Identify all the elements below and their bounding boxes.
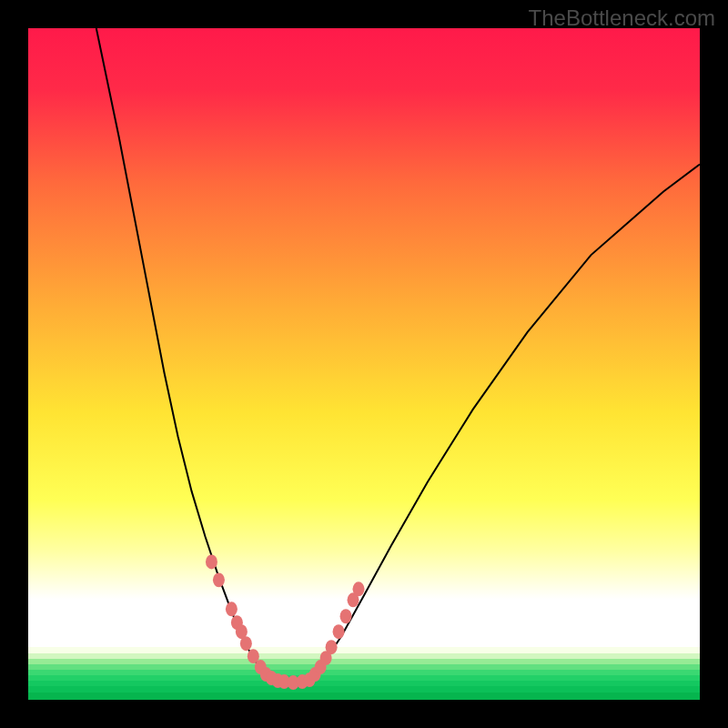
data-point [340,609,352,623]
data-point [353,581,365,596]
data-point [240,636,252,651]
data-point [226,602,238,616]
bottleneck-curve [96,28,700,682]
data-point [333,624,345,639]
data-point [326,640,338,654]
data-point [213,572,225,587]
watermark-text: TheBottleneck.com [529,5,715,31]
data-point [206,554,217,569]
chart-curves [28,28,700,700]
chart-frame [27,27,701,701]
